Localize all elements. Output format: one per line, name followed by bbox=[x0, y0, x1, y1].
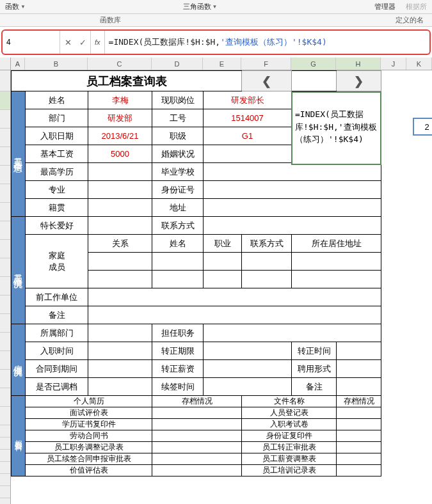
rownum[interactable] bbox=[0, 184, 10, 203]
ribbon-src[interactable]: 根据所 bbox=[401, 2, 432, 12]
value[interactable] bbox=[337, 442, 381, 453]
value[interactable] bbox=[337, 465, 381, 476]
value[interactable] bbox=[242, 253, 292, 271]
value[interactable] bbox=[204, 342, 292, 360]
value[interactable] bbox=[88, 342, 152, 360]
value[interactable] bbox=[337, 342, 381, 360]
value[interactable] bbox=[88, 378, 152, 396]
value[interactable] bbox=[337, 360, 381, 378]
value[interactable] bbox=[152, 407, 242, 419]
nav-prev-button[interactable]: ❮ bbox=[242, 71, 292, 91]
floating-cell-K[interactable]: 2 bbox=[413, 118, 432, 136]
value-edu[interactable] bbox=[88, 163, 152, 181]
value[interactable] bbox=[337, 378, 381, 396]
value[interactable] bbox=[292, 253, 381, 271]
rownum[interactable] bbox=[0, 129, 10, 147]
value-name[interactable]: 李梅 bbox=[88, 91, 152, 109]
colhead-A[interactable]: A bbox=[11, 58, 25, 70]
value-addr[interactable] bbox=[204, 199, 381, 217]
rownum[interactable] bbox=[0, 221, 10, 240]
value[interactable] bbox=[152, 465, 242, 476]
value-major[interactable] bbox=[88, 181, 152, 199]
rownum[interactable] bbox=[0, 425, 10, 437]
rownum[interactable] bbox=[0, 295, 10, 314]
rownum[interactable] bbox=[0, 91, 10, 110]
nav-next-button[interactable]: ❯ bbox=[337, 71, 381, 91]
ribbon-mgr[interactable]: 管理器 bbox=[369, 2, 401, 12]
value[interactable] bbox=[152, 419, 242, 430]
rownum[interactable] bbox=[0, 474, 10, 486]
name-box[interactable]: 4 bbox=[3, 31, 60, 54]
colhead-E[interactable]: E bbox=[203, 58, 241, 70]
value[interactable] bbox=[88, 324, 152, 342]
rownum[interactable] bbox=[0, 486, 10, 498]
formula-input[interactable]: =INDEX(员工数据库!$H:$H,'查询模板（练习）'!$K$4) bbox=[105, 36, 429, 48]
ribbon-trig[interactable]: 三角函数▼ bbox=[178, 2, 223, 12]
fx-button[interactable]: fx bbox=[91, 31, 105, 54]
colhead-J[interactable]: J bbox=[381, 58, 406, 70]
value[interactable] bbox=[152, 271, 204, 288]
rownum[interactable] bbox=[0, 147, 10, 166]
value[interactable] bbox=[152, 430, 242, 442]
value[interactable] bbox=[152, 442, 242, 453]
rownum[interactable] bbox=[0, 166, 10, 184]
value-idcard[interactable] bbox=[204, 181, 381, 199]
value-origin[interactable] bbox=[88, 199, 152, 217]
value[interactable] bbox=[204, 271, 242, 288]
rownum[interactable] bbox=[0, 110, 10, 129]
value[interactable] bbox=[152, 253, 204, 271]
colhead-G[interactable]: G bbox=[291, 58, 336, 70]
value-rank[interactable]: G1 bbox=[204, 127, 292, 145]
colhead-K[interactable]: K bbox=[406, 58, 432, 70]
value[interactable] bbox=[204, 253, 242, 271]
rownum[interactable] bbox=[0, 388, 10, 407]
value[interactable] bbox=[88, 271, 152, 288]
value[interactable] bbox=[337, 430, 381, 442]
rownum[interactable] bbox=[0, 203, 10, 221]
rownum[interactable] bbox=[0, 462, 10, 474]
colhead-D[interactable]: D bbox=[152, 58, 203, 70]
rownum[interactable] bbox=[0, 351, 10, 370]
rownum[interactable] bbox=[0, 258, 10, 277]
value[interactable] bbox=[152, 453, 242, 465]
value-hire[interactable]: 2013/6/21 bbox=[88, 127, 152, 145]
rownum[interactable] bbox=[0, 70, 10, 91]
colhead-H[interactable]: H bbox=[336, 58, 381, 70]
value-dept[interactable]: 研发部 bbox=[88, 109, 152, 127]
rownum[interactable] bbox=[0, 407, 10, 425]
value-marital[interactable] bbox=[204, 145, 292, 163]
value[interactable] bbox=[88, 360, 152, 378]
value-prevwork[interactable] bbox=[88, 288, 381, 306]
value[interactable] bbox=[292, 271, 381, 288]
colhead-C[interactable]: C bbox=[88, 58, 152, 70]
cancel-formula-button[interactable]: ✕ bbox=[60, 31, 76, 54]
ribbon-func[interactable]: 函数▼ bbox=[0, 2, 31, 12]
value-id[interactable]: 1514007 bbox=[204, 109, 292, 127]
rownum[interactable] bbox=[0, 277, 10, 295]
rownum[interactable] bbox=[0, 333, 10, 351]
value-post[interactable]: 研发部长 bbox=[204, 91, 292, 109]
value[interactable] bbox=[337, 453, 381, 465]
value[interactable] bbox=[337, 407, 381, 419]
rownum[interactable] bbox=[0, 437, 10, 450]
rownum[interactable] bbox=[0, 450, 10, 462]
colhead-B[interactable]: B bbox=[25, 58, 88, 70]
rownum[interactable] bbox=[0, 240, 10, 258]
value[interactable] bbox=[88, 253, 152, 271]
rownum[interactable] bbox=[0, 370, 10, 388]
rownum[interactable] bbox=[0, 498, 10, 504]
colhead-F[interactable]: F bbox=[241, 58, 291, 70]
value-hobby[interactable] bbox=[88, 217, 152, 235]
value[interactable] bbox=[204, 324, 381, 342]
value[interactable] bbox=[242, 271, 292, 288]
accept-formula-button[interactable]: ✓ bbox=[76, 31, 91, 54]
value-salary[interactable]: 5000 bbox=[88, 145, 152, 163]
value-school[interactable] bbox=[204, 163, 381, 181]
select-all-corner[interactable] bbox=[0, 58, 11, 70]
value-contact[interactable] bbox=[204, 217, 381, 235]
rownum[interactable] bbox=[0, 314, 10, 333]
value[interactable] bbox=[204, 378, 292, 396]
value-remark[interactable] bbox=[88, 306, 381, 324]
active-cell-overlay[interactable]: =INDEX(员工数据库!$H:$H,'查询模板（练习）'!$K$4) bbox=[291, 91, 381, 165]
value[interactable] bbox=[204, 360, 292, 378]
